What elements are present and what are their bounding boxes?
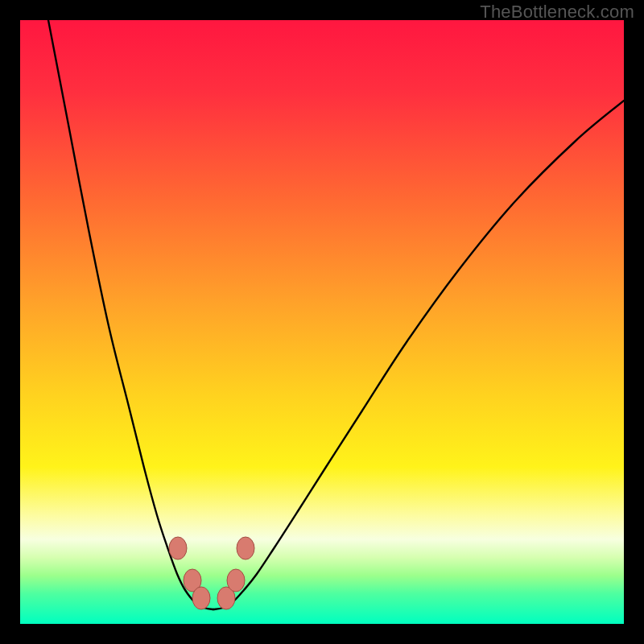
plot-area <box>20 20 624 624</box>
bead-marker <box>192 587 210 609</box>
curve-left-branch <box>48 20 213 609</box>
bottleneck-curve <box>20 20 624 624</box>
chart-frame: TheBottleneck.com <box>0 0 644 644</box>
bead-marker <box>237 537 254 559</box>
watermark-text: TheBottleneck.com <box>480 2 634 23</box>
curve-beads <box>169 537 254 609</box>
bead-marker <box>227 569 245 592</box>
bead-marker <box>169 537 187 559</box>
curve-right-branch <box>213 101 624 609</box>
